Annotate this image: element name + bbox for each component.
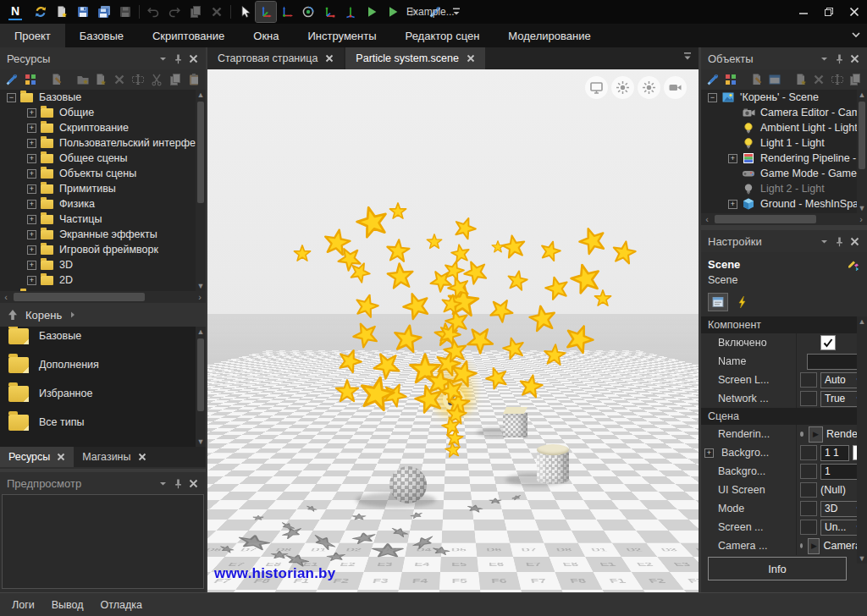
- folder-list-item[interactable]: Дополнения: [0, 355, 206, 384]
- sun-viewport-button[interactable]: [638, 76, 660, 99]
- transform-move-local-button[interactable]: [277, 2, 297, 22]
- menu-item-1[interactable]: Базовые: [65, 24, 138, 47]
- resources-tree-item[interactable]: −Базовые: [0, 90, 206, 105]
- grid-icon[interactable]: [723, 71, 740, 89]
- objects-tree-item[interactable]: Camera Editor - Camera: [701, 105, 867, 120]
- doc-edit-icon[interactable]: [48, 71, 65, 89]
- plus-toggle-icon[interactable]: +: [27, 276, 36, 285]
- plus-toggle-icon[interactable]: +: [27, 261, 36, 270]
- editor-tab[interactable]: Стартовая страница: [207, 47, 344, 69]
- minimize-button[interactable]: [791, 0, 816, 24]
- new-resource-button[interactable]: [52, 2, 72, 22]
- resources-tree-item[interactable]: +Экранные эффекты: [0, 227, 206, 242]
- plus-toggle-icon[interactable]: +: [728, 154, 737, 163]
- menu-item-2[interactable]: Скриптование: [138, 24, 239, 47]
- play-project-button[interactable]: [383, 2, 403, 22]
- close-tab-icon[interactable]: [57, 453, 65, 461]
- scrollbar-horizontal[interactable]: ‹ ›: [701, 213, 867, 225]
- save-inactive-button[interactable]: [115, 2, 135, 22]
- copy-icon[interactable]: [167, 71, 184, 89]
- editor-tab[interactable]: Particle system.scene: [345, 47, 485, 69]
- delete-button[interactable]: [207, 2, 227, 22]
- display-viewport-button[interactable]: [585, 76, 608, 99]
- plus-toggle-icon[interactable]: +: [27, 124, 36, 133]
- select-button[interactable]: [235, 2, 255, 22]
- panel-dropdown-icon[interactable]: [816, 234, 831, 249]
- property-section-header[interactable]: Сцена: [701, 408, 867, 425]
- resources-tree-item[interactable]: +Частицы: [0, 212, 206, 227]
- plus-toggle-icon[interactable]: +: [27, 154, 36, 163]
- objects-tree-item[interactable]: +Ground - MeshInSpace: [701, 196, 867, 212]
- duplicate-button[interactable]: [185, 2, 206, 22]
- tab-events[interactable]: [732, 293, 753, 311]
- doc-edit-icon[interactable]: [748, 71, 765, 89]
- reset-box[interactable]: [800, 501, 817, 516]
- scrollbar-vertical[interactable]: ▲ ▼: [857, 316, 867, 564]
- pin-icon[interactable]: [170, 51, 185, 66]
- scrollbar-horizontal[interactable]: ‹ ›: [0, 291, 206, 303]
- statusbar-item[interactable]: Вывод: [52, 599, 84, 611]
- reference-button[interactable]: ▶: [809, 426, 823, 443]
- save-all-button[interactable]: [94, 2, 114, 22]
- plus-toggle-icon[interactable]: +: [728, 200, 737, 209]
- app-logo-icon[interactable]: N: [8, 4, 22, 20]
- folder-star-icon[interactable]: [75, 71, 91, 89]
- transform-rotate-button[interactable]: [298, 2, 318, 22]
- plus-toggle-icon[interactable]: +: [27, 139, 36, 148]
- panel-dropdown-icon[interactable]: [155, 51, 170, 66]
- statusbar-item[interactable]: Логи: [12, 599, 35, 611]
- up-arrow-icon[interactable]: [7, 309, 19, 321]
- plus-toggle-icon[interactable]: +: [27, 184, 36, 194]
- videocam-viewport-button[interactable]: [664, 76, 687, 99]
- folder-list-item[interactable]: Все типы: [0, 413, 206, 442]
- delete-icon[interactable]: [810, 71, 827, 89]
- menu-chevron-down-icon[interactable]: [850, 29, 862, 41]
- tools-icon[interactable]: [3, 71, 20, 89]
- close-icon[interactable]: [847, 234, 862, 249]
- menu-item-0[interactable]: Проект: [0, 24, 65, 47]
- scene-viewport[interactable]: A5A6A7A8A1A2A3A4A5A6A7A8A1A2A3A4A5H5H6H7…: [207, 69, 699, 592]
- window-icon[interactable]: [766, 71, 783, 89]
- sun-viewport-button[interactable]: [611, 76, 634, 99]
- menu-item-5[interactable]: Редактор сцен: [391, 24, 494, 47]
- doc-star-icon[interactable]: [93, 71, 110, 89]
- cut-icon[interactable]: [148, 71, 165, 89]
- reset-box[interactable]: [800, 391, 817, 406]
- checkbox[interactable]: [820, 335, 836, 350]
- plus-toggle-icon[interactable]: +: [27, 200, 36, 209]
- reset-box[interactable]: [800, 372, 817, 388]
- objects-tree-item[interactable]: −'Корень' - Scene: [701, 90, 867, 105]
- redo-button[interactable]: [164, 2, 185, 22]
- objects-tree-item[interactable]: +Rendering Pipeline - Ren: [701, 151, 867, 166]
- objects-tree-item[interactable]: Light 2 - Light: [701, 181, 867, 196]
- copy-icon[interactable]: [847, 71, 864, 89]
- close-icon[interactable]: [185, 476, 201, 491]
- objects-tree-item[interactable]: Light 1 - Light: [701, 135, 867, 151]
- close-icon[interactable]: [185, 51, 201, 66]
- tools-icon[interactable]: [704, 71, 721, 89]
- resources-tree-item[interactable]: +Игровой фреймворк: [0, 242, 206, 257]
- rename-icon[interactable]: [829, 71, 846, 89]
- type-settings-icon[interactable]: [847, 257, 860, 271]
- undo-button[interactable]: [143, 2, 163, 22]
- resources-tree-item[interactable]: +Скриптование: [0, 120, 206, 135]
- plus-toggle-icon[interactable]: +: [27, 245, 36, 255]
- restore-button[interactable]: [816, 0, 842, 24]
- doc-star-icon[interactable]: [792, 71, 809, 89]
- text-input[interactable]: [807, 354, 863, 370]
- plus-toggle-icon[interactable]: +: [27, 108, 36, 118]
- close-tab-icon[interactable]: [138, 453, 146, 461]
- minus-toggle-icon[interactable]: −: [708, 93, 717, 102]
- save-button[interactable]: [73, 2, 93, 22]
- pin-icon[interactable]: [170, 476, 185, 491]
- objects-tree-item[interactable]: Ambient Light - Light: [701, 120, 867, 135]
- menu-item-3[interactable]: Окна: [239, 24, 293, 47]
- resources-tree-item[interactable]: +Общее сцены: [0, 151, 206, 166]
- resources-tree-item[interactable]: +Общие: [0, 105, 206, 120]
- resources-tree-item[interactable]: +Пользовательский интерфейс: [0, 135, 206, 151]
- document-tab[interactable]: Ресурсы: [0, 447, 74, 467]
- paste-icon[interactable]: [185, 71, 202, 89]
- refresh-button[interactable]: [30, 2, 51, 22]
- color-value[interactable]: 1 1: [820, 445, 849, 461]
- rename-icon[interactable]: [130, 71, 146, 89]
